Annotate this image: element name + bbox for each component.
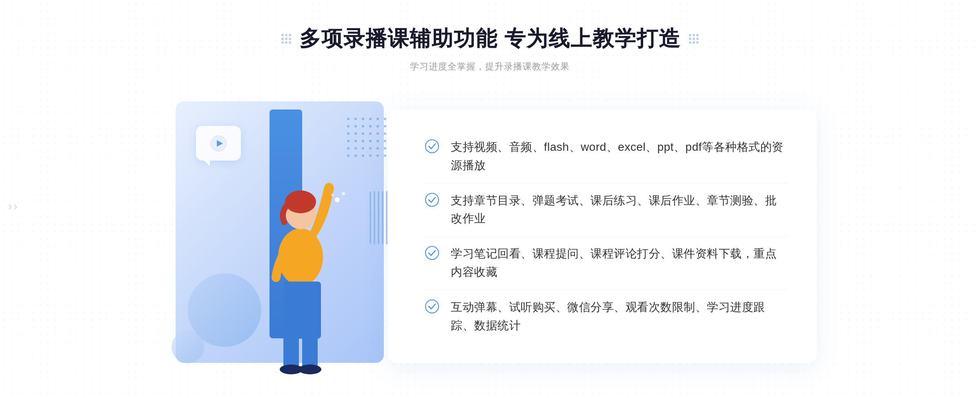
content-section: 支持视频、音频、flash、word、excel、ppt、pdf等各种格式的资源…: [163, 93, 817, 380]
svg-rect-5: [284, 282, 321, 339]
left-decoration: › ›: [8, 200, 18, 213]
svg-rect-7: [302, 335, 318, 367]
check-circle-icon-4: [425, 299, 439, 314]
features-container: 支持视频、音频、flash、word、excel、ppt、pdf等各种格式的资源…: [388, 110, 817, 363]
small-circle-decoration: [172, 331, 204, 363]
chevron-icon: ›: [8, 200, 12, 213]
header-section: 多项录播课辅助功能 专为线上教学打造 学习进度全掌握，提升录播课教学效果: [281, 25, 699, 73]
feature-text-3: 学习笔记回看、课程提问、课程评论打分、课件资料下载，重点内容收藏: [451, 245, 788, 282]
feature-item-4: 互动弹幕、试听购买、微信分享、观看次数限制、学习进度跟踪、数据统计: [425, 290, 788, 343]
svg-rect-6: [283, 335, 299, 367]
check-circle-icon-1: [425, 139, 439, 154]
chevron-icon: ›: [13, 200, 17, 213]
svg-point-16: [425, 300, 439, 313]
svg-point-14: [425, 193, 439, 206]
subtitle: 学习进度全掌握，提升录播课教学效果: [281, 60, 699, 73]
right-decorative-dots: [689, 34, 699, 44]
svg-point-15: [425, 246, 439, 259]
illustration-container: [163, 93, 400, 380]
feature-item-3: 学习笔记回看、课程提问、课程评论打分、课件资料下载，重点内容收藏: [425, 237, 788, 290]
svg-point-11: [342, 192, 345, 195]
video-bubble: [196, 126, 245, 167]
feature-item-2: 支持章节目录、弹题考试、课后练习、课后作业、章节测验、批改作业: [425, 183, 788, 237]
page-container: › › 多项录播课辅助功能 专为线上教学打造 学习进度全掌: [0, 0, 980, 398]
svg-point-12: [331, 194, 334, 196]
title-row: 多项录播课辅助功能 专为线上教学打造: [281, 25, 699, 53]
svg-point-9: [298, 364, 321, 374]
main-title: 多项录播课辅助功能 专为线上教学打造: [299, 25, 681, 53]
feature-text-2: 支持章节目录、弹题考试、课后练习、课后作业、章节测验、批改作业: [451, 192, 788, 228]
person-illustration: [247, 151, 362, 380]
bubble-shape: [196, 126, 241, 161]
play-icon: [210, 135, 227, 152]
check-circle-icon-2: [425, 192, 439, 207]
left-decorative-dots: [281, 34, 291, 44]
svg-point-13: [425, 140, 439, 153]
feature-item-1: 支持视频、音频、flash、word、excel、ppt、pdf等各种格式的资源…: [425, 130, 788, 183]
check-circle-icon-3: [425, 246, 439, 260]
svg-point-10: [335, 197, 340, 202]
feature-text-1: 支持视频、音频、flash、word、excel、ppt、pdf等各种格式的资源…: [451, 138, 788, 175]
feature-text-4: 互动弹幕、试听购买、微信分享、观看次数限制、学习进度跟踪、数据统计: [451, 298, 788, 335]
